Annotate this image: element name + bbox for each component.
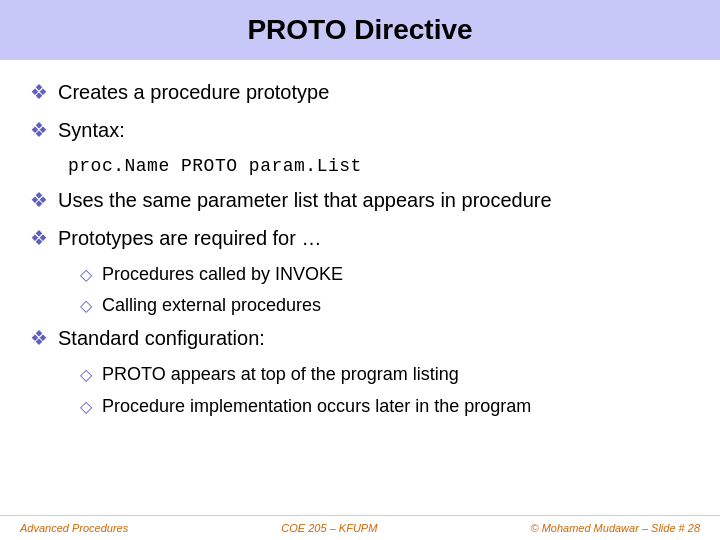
bullet-text-4: Prototypes are required for … xyxy=(58,224,321,252)
slide-content: ❖ Creates a procedure prototype ❖ Syntax… xyxy=(0,78,720,515)
sub-bullet-diamond-4-1: ◇ xyxy=(80,265,92,284)
footer-right: © Mohamed Mudawar – Slide # 28 xyxy=(530,522,700,534)
bullet-text-3: Uses the same parameter list that appear… xyxy=(58,186,552,214)
bullet-text-5: Standard configuration: xyxy=(58,324,265,352)
sub-bullet-text-4-2: Calling external procedures xyxy=(102,293,321,318)
slide: PROTO Directive ❖ Creates a procedure pr… xyxy=(0,0,720,540)
bullet-item-4: ❖ Prototypes are required for … xyxy=(30,224,690,252)
sub-bullet-text-5-1: PROTO appears at top of the program list… xyxy=(102,362,459,387)
bullet-diamond-5: ❖ xyxy=(30,326,48,350)
sub-bullet-5-1: ◇ PROTO appears at top of the program li… xyxy=(80,362,690,387)
title-bar: PROTO Directive xyxy=(0,0,720,60)
sub-bullet-diamond-5-2: ◇ xyxy=(80,397,92,416)
bullet-diamond-4: ❖ xyxy=(30,226,48,250)
bullet-diamond-2: ❖ xyxy=(30,118,48,142)
bullet-item-2: ❖ Syntax: xyxy=(30,116,690,144)
bullet-diamond-1: ❖ xyxy=(30,80,48,104)
sub-bullet-diamond-4-2: ◇ xyxy=(80,296,92,315)
sub-bullet-text-5-2: Procedure implementation occurs later in… xyxy=(102,394,531,419)
footer-left: Advanced Procedures xyxy=(20,522,128,534)
slide-title: PROTO Directive xyxy=(247,14,472,45)
bullet-item-5: ❖ Standard configuration: xyxy=(30,324,690,352)
sub-bullet-diamond-5-1: ◇ xyxy=(80,365,92,384)
bullet-item-1: ❖ Creates a procedure prototype xyxy=(30,78,690,106)
footer: Advanced Procedures COE 205 – KFUPM © Mo… xyxy=(0,515,720,540)
bullet-item-3: ❖ Uses the same parameter list that appe… xyxy=(30,186,690,214)
bullet-diamond-3: ❖ xyxy=(30,188,48,212)
syntax-text: proc.Name PROTO param.List xyxy=(68,156,362,176)
sub-bullet-4-1: ◇ Procedures called by INVOKE xyxy=(80,262,690,287)
sub-bullet-4-2: ◇ Calling external procedures xyxy=(80,293,690,318)
sub-bullet-5-2: ◇ Procedure implementation occurs later … xyxy=(80,394,690,419)
bullet-text-1: Creates a procedure prototype xyxy=(58,78,329,106)
bullet-text-2: Syntax: xyxy=(58,116,125,144)
syntax-block: proc.Name PROTO param.List xyxy=(68,156,690,176)
footer-center: COE 205 – KFUPM xyxy=(281,522,377,534)
sub-bullet-text-4-1: Procedures called by INVOKE xyxy=(102,262,343,287)
